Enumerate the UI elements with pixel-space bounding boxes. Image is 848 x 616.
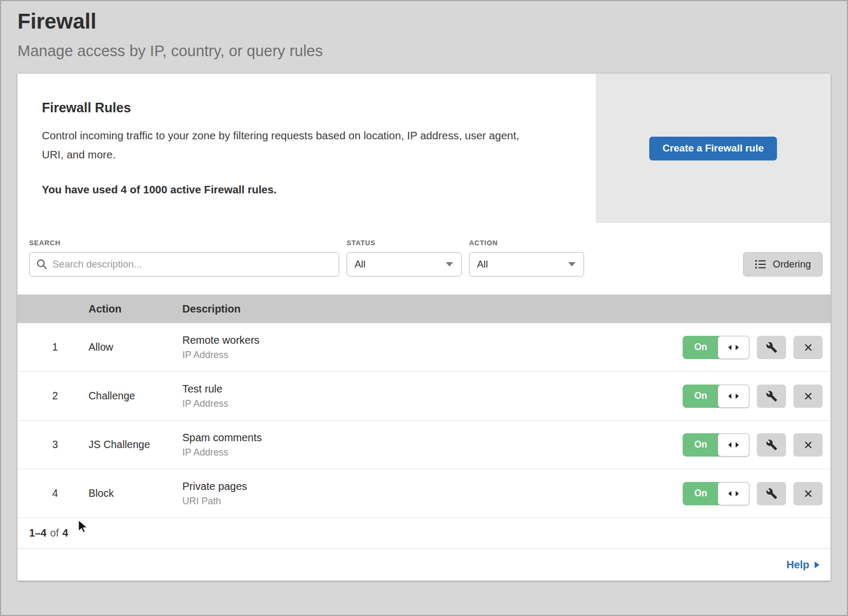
toggle-handle	[718, 433, 749, 457]
delete-rule-button[interactable]	[793, 385, 823, 408]
search-label: SEARCH	[29, 239, 339, 247]
ordering-button-label: Ordering	[773, 258, 811, 270]
rule-title: Remote workers	[182, 334, 675, 346]
left-right-arrows-icon	[727, 392, 740, 400]
left-right-arrows-icon	[727, 490, 740, 497]
search-field	[29, 252, 339, 276]
rule-index: 1	[29, 341, 81, 353]
rule-subtitle: IP Address	[182, 447, 675, 458]
create-firewall-rule-button[interactable]: Create a Firewall rule	[649, 137, 777, 160]
rule-title: Spam comments	[182, 432, 675, 444]
rule-action: Challenge	[89, 390, 175, 402]
rule-description: Spam comments IP Address	[182, 432, 675, 458]
status-select-value: All	[355, 258, 366, 270]
edit-rule-button[interactable]	[757, 336, 786, 359]
left-right-arrows-icon	[727, 344, 740, 351]
ordering-button[interactable]: Ordering	[743, 252, 823, 276]
pagination-total: 4	[63, 527, 68, 539]
wrench-icon	[766, 488, 778, 499]
wrench-icon	[766, 439, 778, 451]
usage-summary: You have used 4 of 1000 active Firewall …	[42, 183, 575, 196]
chevron-down-icon	[445, 262, 454, 267]
rule-subtitle: IP Address	[182, 350, 675, 361]
firewall-page: Firewall Manage access by IP, country, o…	[0, 0, 848, 616]
toggle-handle	[718, 385, 749, 408]
table-row: 4 Block Private pages URI Path On	[17, 469, 831, 518]
rule-index: 2	[29, 390, 81, 402]
rule-toggle[interactable]: On	[683, 385, 749, 408]
rule-toggle[interactable]: On	[683, 482, 749, 505]
intro-section: Firewall Rules Control incoming traffic …	[17, 74, 831, 223]
delete-rule-button[interactable]	[793, 336, 823, 359]
intro-heading: Firewall Rules	[42, 100, 575, 115]
action-label: ACTION	[469, 239, 584, 247]
rule-index: 3	[29, 439, 81, 451]
wrench-icon	[766, 390, 778, 402]
page-title: Firewall	[17, 10, 831, 33]
card-footer: Help	[17, 549, 831, 581]
rule-action: JS Challenge	[89, 439, 175, 451]
action-select-value: All	[477, 258, 488, 270]
wrench-icon	[766, 342, 778, 353]
rule-description: Private pages URI Path	[182, 480, 675, 507]
delete-rule-button[interactable]	[793, 433, 823, 457]
filters-bar: SEARCH STATUS All	[17, 223, 831, 294]
rule-subtitle: URI Path	[182, 496, 675, 507]
rule-description: Test rule IP Address	[182, 383, 675, 409]
intro-text: Firewall Rules Control incoming traffic …	[17, 74, 596, 223]
search-icon	[36, 258, 48, 270]
rule-title: Test rule	[182, 383, 675, 395]
pagination-of: of	[50, 527, 59, 539]
toggle-handle	[718, 482, 749, 505]
table-row: 2 Challenge Test rule IP Address On	[17, 372, 831, 421]
column-header-description: Description	[182, 303, 675, 315]
list-lines-icon	[755, 259, 766, 270]
status-select[interactable]: All	[347, 252, 462, 276]
close-icon	[803, 488, 814, 499]
edit-rule-button[interactable]	[757, 433, 786, 457]
pagination-range: 1–4	[29, 527, 47, 539]
help-link-label: Help	[787, 559, 809, 571]
edit-rule-button[interactable]	[757, 385, 786, 408]
chevron-down-icon	[568, 262, 576, 267]
page-subtitle: Manage access by IP, country, or query r…	[17, 42, 831, 60]
pagination: 1–4 of 4	[17, 518, 831, 549]
right-triangle-icon	[814, 561, 820, 569]
left-right-arrows-icon	[727, 441, 740, 449]
close-icon	[803, 391, 814, 401]
help-link[interactable]: Help	[787, 559, 820, 571]
close-icon	[803, 440, 814, 450]
rule-toggle[interactable]: On	[683, 336, 749, 359]
rule-index: 4	[29, 487, 81, 499]
rule-action: Allow	[89, 341, 175, 353]
search-input[interactable]	[29, 252, 339, 276]
action-select[interactable]: All	[469, 252, 584, 276]
column-header-action: Action	[89, 303, 175, 315]
rule-subtitle: IP Address	[182, 398, 675, 409]
rule-toggle[interactable]: On	[683, 433, 749, 457]
table-row: 1 Allow Remote workers IP Address On	[17, 323, 831, 372]
intro-description: Control incoming traffic to your zone by…	[42, 126, 543, 164]
status-label: STATUS	[347, 239, 462, 247]
intro-action-panel: Create a Firewall rule	[596, 74, 831, 223]
table-row: 3 JS Challenge Spam comments IP Address …	[17, 421, 831, 469]
edit-rule-button[interactable]	[757, 482, 786, 505]
close-icon	[803, 342, 814, 353]
table-header: Action Description	[17, 294, 831, 323]
rule-action: Block	[89, 487, 175, 499]
toggle-handle	[718, 336, 749, 359]
firewall-rules-card: Firewall Rules Control incoming traffic …	[17, 74, 831, 581]
rule-title: Private pages	[182, 480, 675, 493]
delete-rule-button[interactable]	[793, 482, 823, 505]
rule-description: Remote workers IP Address	[182, 334, 675, 361]
